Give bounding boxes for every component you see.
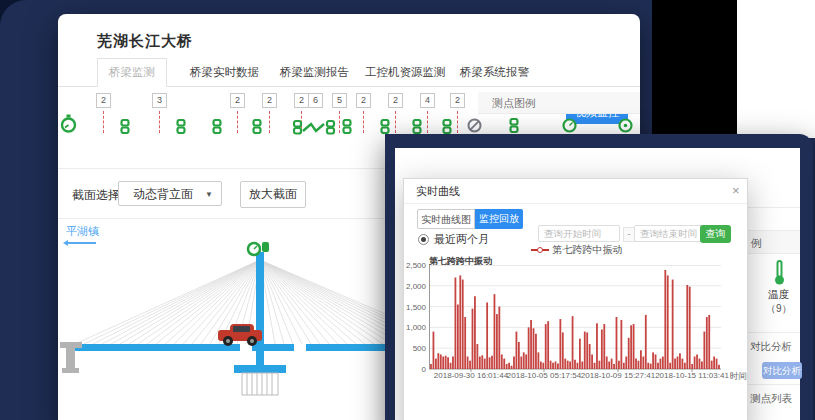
- chain-sensor-icon[interactable]: [251, 119, 263, 138]
- query-button[interactable]: 查询: [700, 225, 731, 243]
- divider: [748, 332, 800, 333]
- sensor-count-badge: 2: [388, 93, 403, 108]
- tab-3[interactable]: 桥梁监测报告: [280, 65, 349, 80]
- chain-sensor-icon[interactable]: [341, 119, 353, 138]
- dialog-tab-realtime[interactable]: 实时曲线图: [417, 209, 475, 229]
- sensor-count-badge: 4: [420, 93, 435, 108]
- section-select-value: 动态背立面: [133, 187, 193, 201]
- sensor-dashed-line: [159, 111, 160, 133]
- deck-joint: [294, 344, 306, 351]
- tab-4[interactable]: 工控机资源监测: [365, 65, 446, 80]
- sensor-dashed-line: [427, 111, 428, 133]
- divider: [748, 207, 800, 208]
- sensor-count-badge: 6: [308, 93, 323, 108]
- sensor-count-badge: 2: [230, 93, 245, 108]
- y-axis-tick-label: 2,500: [404, 261, 426, 270]
- vibration-chart: [429, 265, 721, 369]
- divider: [748, 384, 800, 385]
- tab-5[interactable]: 桥梁系统报警: [460, 65, 529, 80]
- legend-series-label: 第七跨跨中振动: [553, 244, 623, 255]
- machine-sensor-icon[interactable]: [293, 119, 337, 139]
- temperature-label: 温度: [753, 288, 805, 302]
- tower-footing-cap: [234, 365, 286, 373]
- realtime-curve-dialog: 实时曲线 × 实时曲线图监控回放 最近两个月 - 查询 第七跨跨中振动 第七跨跨…: [403, 178, 748, 420]
- background-white-panel: [737, 0, 815, 138]
- sensor-dashed-line: [103, 111, 104, 133]
- compare-analysis-label: 对比分析: [750, 340, 792, 354]
- enlarge-section-button[interactable]: 放大截面: [240, 181, 306, 208]
- x-axis-tick-label: 2018-10-15 11:03:41: [647, 371, 737, 380]
- legend-line-marker: [531, 249, 549, 251]
- compare-analysis-button[interactable]: 对比分析: [762, 362, 802, 379]
- sensor-count-badge: 5: [332, 93, 347, 108]
- point-list-label: 测点列表: [750, 392, 792, 406]
- query-start-time-input[interactable]: [538, 225, 620, 242]
- dialog-title: 实时曲线: [416, 184, 460, 199]
- y-axis-tick-label: 1,500: [404, 303, 426, 312]
- sensor-dashed-line: [363, 111, 364, 133]
- car: [218, 324, 262, 346]
- sensor-dashed-line: [237, 111, 238, 133]
- chevron-down-icon: ▼: [205, 182, 213, 207]
- y-axis-tick-label: 0: [404, 365, 426, 374]
- tower-piles: [242, 373, 278, 395]
- sensor-count-badge: 3: [152, 93, 167, 108]
- sensor-count-badge: 2: [450, 93, 465, 108]
- sensor-dashed-line: [395, 111, 396, 133]
- sensor-count-badge: 2: [294, 93, 309, 108]
- page-title: 芜湖长江大桥: [97, 32, 193, 51]
- tab-bridge-monitoring[interactable]: 桥梁监测: [97, 58, 167, 87]
- sensor-dashed-line: [457, 111, 458, 133]
- stopwatch-icon[interactable]: [60, 114, 77, 138]
- legend-panel-title: 测点图例: [478, 92, 640, 114]
- chain-sensor-icon[interactable]: [211, 119, 223, 138]
- temperature-count: （9）: [753, 302, 805, 316]
- bridge-abutment: [60, 342, 82, 373]
- y-axis-tick-label: 1,000: [404, 323, 426, 332]
- chain-sensor-icon[interactable]: [175, 119, 187, 138]
- tower-top-sensor-icons[interactable]: [248, 242, 269, 255]
- sensor-count-badge: 2: [96, 93, 111, 108]
- tab-bar: 桥梁监测 桥梁实时数据桥梁监测报告工控机资源监测桥梁系统报警 视频监控: [58, 58, 640, 87]
- sensor-count-badge: 2: [356, 93, 371, 108]
- sensor-dashed-line: [269, 111, 270, 133]
- section-select-dropdown[interactable]: 动态背立面 ▼: [118, 181, 222, 206]
- y-axis-tick-label: 500: [404, 344, 426, 353]
- bridge-tower: [256, 252, 264, 365]
- thermometer-icon[interactable]: [773, 260, 786, 286]
- y-axis-tick-label: 2,000: [404, 282, 426, 291]
- tab-2[interactable]: 桥梁实时数据: [190, 65, 259, 80]
- sensor-dashed-line: [339, 111, 340, 133]
- background-black-panel: [652, 0, 738, 141]
- dialog-header: 实时曲线 ×: [404, 179, 747, 204]
- sensor-count-badge: 2: [262, 93, 277, 108]
- close-icon[interactable]: ×: [732, 183, 740, 198]
- radio-dot: [421, 237, 426, 242]
- chain-sensor-icon[interactable]: [119, 119, 131, 138]
- legend-panel-title-fragment: 例: [748, 230, 800, 254]
- dialog-tab-playback[interactable]: 监控回放: [475, 209, 523, 229]
